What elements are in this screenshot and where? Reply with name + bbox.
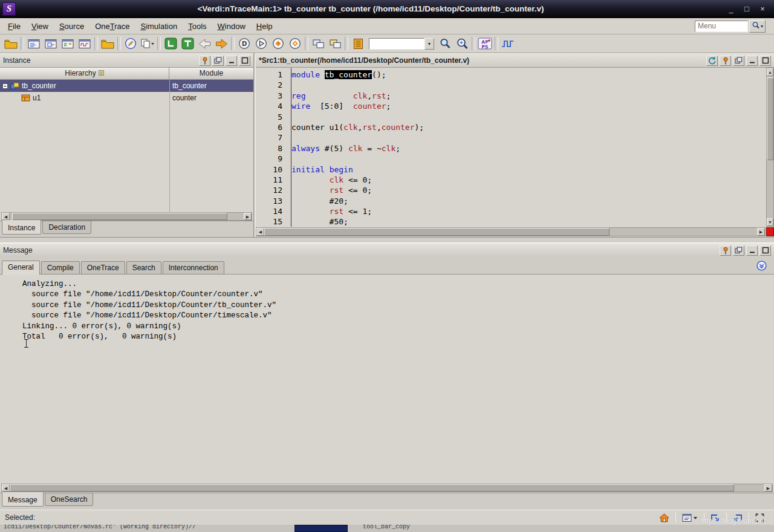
open-database-icon[interactable] [2, 36, 19, 52]
instance-tab-declaration[interactable]: Declaration [42, 221, 91, 234]
scroll-down-button[interactable]: ▼ [767, 218, 773, 226]
find-string-combo-input[interactable] [369, 38, 424, 50]
message-bottom-tab-message[interactable]: Message [2, 492, 44, 507]
menu-help[interactable]: Help [251, 19, 278, 33]
copy-dropdown-icon[interactable] [139, 36, 156, 52]
menu-search-button[interactable]: ▾ [749, 20, 766, 33]
source-line-6[interactable]: 6counter u1(clk,rst,counter); [256, 122, 766, 132]
scrollbar-thumb[interactable] [12, 213, 227, 220]
scroll-left-button[interactable]: ◀ [2, 484, 10, 491]
trace-driver-icon[interactable]: D [236, 36, 253, 52]
collapse-icon[interactable] [2, 83, 8, 89]
instance-tab-instance[interactable]: Instance [2, 220, 41, 235]
instance-float-button[interactable] [212, 56, 224, 66]
scrollbar-track[interactable] [767, 76, 773, 218]
search-forward-icon[interactable] [454, 36, 470, 52]
nschema-window-icon[interactable] [42, 36, 59, 52]
scroll-right-button[interactable]: ▶ [244, 213, 252, 220]
module-cell[interactable]: counter [169, 92, 253, 104]
back-icon[interactable] [196, 36, 213, 52]
trace-load-icon[interactable] [253, 36, 270, 52]
message-pin-button[interactable] [720, 245, 731, 256]
message-maximize-button[interactable] [759, 245, 771, 256]
signal-wave-icon[interactable] [499, 36, 516, 52]
new-window-icon[interactable] [327, 36, 343, 52]
scroll-left-button[interactable]: ◀ [256, 228, 264, 236]
message-horizontal-scrollbar[interactable]: ◀▶ [1, 484, 773, 492]
scroll-messages-button[interactable] [755, 259, 767, 271]
message-float-button[interactable] [733, 245, 744, 256]
source-line-3[interactable]: 3reg clk,rst; [256, 91, 766, 101]
source-line-2[interactable]: 2 [256, 80, 766, 90]
source-pin-button[interactable] [720, 56, 731, 66]
trace-connectivity-icon[interactable] [287, 36, 304, 52]
scrollbar-thumb[interactable] [767, 77, 773, 160]
winsel-icon[interactable] [681, 513, 699, 523]
message-tab-general[interactable]: General [2, 261, 40, 275]
module-cell[interactable]: tb_counter [169, 80, 253, 92]
source-line-15[interactable]: 15 #50; [256, 216, 766, 227]
message-panel-header[interactable]: Message [0, 243, 774, 258]
ntrace-window-icon[interactable] [25, 36, 42, 52]
source-float-button[interactable] [733, 56, 744, 66]
source-minimize-button[interactable] [746, 56, 758, 66]
column-divider[interactable] [169, 80, 170, 212]
message-tab-interconnection[interactable]: Interconnection [163, 261, 224, 274]
annotation-ledger-icon[interactable] [350, 36, 366, 52]
scrollbar-thumb[interactable] [264, 228, 610, 236]
message-bottom-tab-onesearch[interactable]: OneSearch [45, 493, 94, 506]
cascade-windows-icon[interactable] [310, 36, 327, 52]
scroll-right-button[interactable]: ▶ [757, 228, 765, 236]
find-string-combo-dropdown[interactable]: ▾ [424, 38, 434, 50]
apps-icon[interactable]: APPS [476, 36, 493, 52]
search-backward-icon[interactable] [437, 36, 454, 52]
message-tab-compile[interactable]: Compile [41, 261, 80, 274]
tree-row-u1[interactable]: u1counter [0, 92, 253, 104]
source-code[interactable]: 1module tb_counter();23reg clk,rst;4wire… [256, 68, 766, 227]
edit-source-icon[interactable] [122, 36, 139, 52]
menu-source[interactable]: Source [54, 19, 89, 33]
menu-onetrace[interactable]: OneTrace [89, 19, 135, 33]
instance-horizontal-scrollbar[interactable]: ◀▶ [1, 212, 252, 221]
open-file-icon[interactable] [99, 36, 116, 52]
source-line-14[interactable]: 14 rst <= 1; [256, 206, 766, 216]
source-line-1[interactable]: 1module tb_counter(); [256, 70, 766, 80]
horizontal-splitter[interactable] [0, 237, 774, 243]
message-tab-onetrace[interactable]: OneTrace [81, 261, 125, 274]
scrollbar-track[interactable] [10, 484, 764, 491]
instance-panel-header[interactable]: Instance [0, 53, 253, 68]
column-header-module[interactable]: Module [169, 68, 253, 79]
hierarchy-table-header[interactable]: Hierarchy Module [0, 68, 253, 80]
nlint-icon[interactable] [162, 36, 179, 52]
source-line-7[interactable]: 7 [256, 132, 766, 143]
maximize-button[interactable]: □ [743, 1, 751, 17]
fullscreen-icon[interactable] [754, 513, 766, 523]
menu-view[interactable]: View [26, 19, 54, 33]
scroll-up-button[interactable]: ▲ [767, 68, 773, 76]
column-header-hierarchy[interactable]: Hierarchy [0, 68, 169, 79]
titlebar[interactable]: S <Verdi:nTraceMain:1> tb_counter tb_cou… [0, 0, 774, 18]
message-log[interactable]: Analyzing... source file "/home/icd11/De… [1, 274, 773, 484]
source-line-4[interactable]: 4wire [5:0] counter; [256, 101, 766, 111]
menu-file[interactable]: File [2, 19, 26, 33]
scrollbar-track[interactable] [10, 213, 244, 220]
source-line-5[interactable]: 5 [256, 112, 766, 122]
tree-row-tb_counter[interactable]: tb_countertb_counter [0, 80, 253, 92]
hierarchy-cell[interactable]: tb_counter [0, 80, 169, 92]
probe2-icon[interactable] [732, 513, 744, 523]
scrollbar-track[interactable] [264, 228, 757, 236]
source-line-10[interactable]: 10initial begin [256, 164, 766, 175]
temporal-flow-icon[interactable] [179, 36, 196, 52]
source-line-8[interactable]: 8always #(5) clk = ~clk; [256, 143, 766, 154]
highlighted-identifier[interactable]: tb_counter [325, 70, 372, 79]
source-line-12[interactable]: 12 rst <= 0; [256, 185, 766, 195]
source-maximize-button[interactable] [759, 56, 771, 66]
scroll-left-button[interactable]: ◀ [2, 213, 10, 220]
source-line-9[interactable]: 9 [256, 154, 766, 164]
probe1-icon[interactable] [709, 513, 721, 523]
source-line-13[interactable]: 13 #20; [256, 196, 766, 206]
minimize-button[interactable]: _ [727, 1, 735, 17]
nwave-window-icon[interactable] [76, 36, 93, 52]
close-button[interactable]: × [758, 1, 767, 17]
menu-search-input[interactable] [695, 21, 748, 32]
